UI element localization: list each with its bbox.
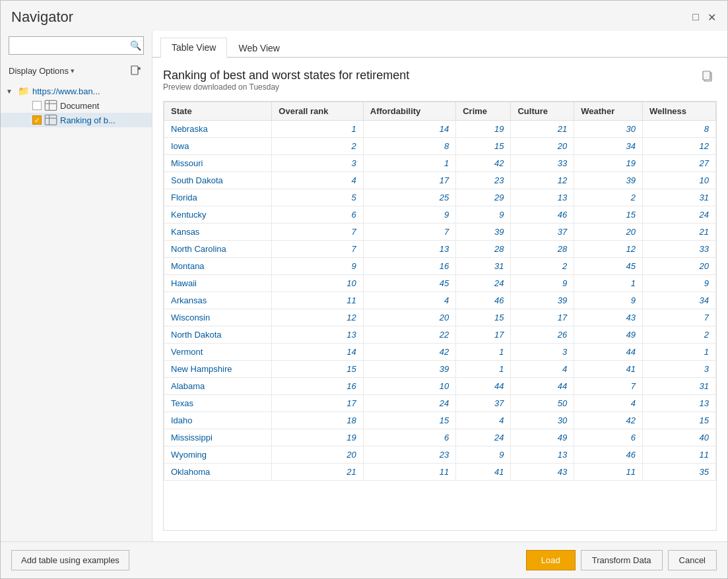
table-row: Texas17243750413	[164, 395, 716, 412]
table-cell: 2	[574, 189, 643, 206]
table-cell: 7	[574, 378, 643, 395]
tree-item-ranking[interactable]: ✓ Ranking of b...	[1, 113, 152, 127]
table-cell: 9	[363, 206, 455, 224]
table-cell: 3	[272, 155, 363, 172]
table-cell: 12	[511, 172, 574, 189]
table-cell: 17	[456, 326, 511, 344]
table-cell: 45	[363, 275, 455, 292]
table-cell: Alabama	[164, 378, 272, 395]
ranking-checkbox[interactable]: ✓	[32, 115, 42, 125]
table-cell: 13	[511, 189, 574, 206]
table-cell: 13	[272, 326, 363, 344]
table-cell: 33	[511, 155, 574, 172]
preview-copy-button[interactable]	[698, 69, 717, 87]
table-row: Kentucky699461524	[164, 206, 716, 224]
table-row: Nebraska1141921308	[164, 121, 716, 138]
tab-table-view[interactable]: Table View	[160, 38, 227, 58]
display-options-row: Display Options ▾	[1, 60, 152, 81]
table-cell: 24	[363, 395, 455, 412]
table-cell: Vermont	[164, 344, 272, 361]
table-cell: South Dakota	[164, 172, 272, 189]
document-table-icon	[44, 100, 57, 111]
table-cell: 16	[272, 378, 363, 395]
tree-label-document: Document	[60, 101, 147, 111]
table-cell: 15	[456, 138, 511, 155]
table-row: Montana9163124520	[164, 258, 716, 275]
table-cell: 17	[511, 309, 574, 326]
search-button[interactable]: 🔍	[128, 36, 143, 55]
table-cell: 12	[272, 309, 363, 326]
table-header-cell: Weather	[574, 102, 643, 121]
table-cell: 2	[511, 258, 574, 275]
table-row: North Carolina71328281233	[164, 241, 716, 258]
load-button[interactable]: Load	[526, 550, 576, 570]
table-cell: 21	[642, 224, 715, 241]
add-table-button[interactable]: Add table using examples	[11, 550, 129, 570]
table-row: North Dakota13221726492	[164, 326, 716, 344]
svg-rect-10	[703, 71, 710, 80]
table-row: Iowa2815203412	[164, 138, 716, 155]
table-cell: 37	[511, 224, 574, 241]
table-cell: 17	[363, 172, 455, 189]
table-wrapper[interactable]: StateOverall rankAffordabilityCrimeCultu…	[163, 101, 717, 531]
document-checkbox[interactable]	[32, 101, 42, 110]
close-button[interactable]: ✕	[706, 12, 717, 22]
table-cell: 13	[363, 241, 455, 258]
table-cell: 1	[456, 344, 511, 361]
tree-item-document[interactable]: Document	[1, 98, 152, 113]
table-cell: Florida	[164, 189, 272, 206]
table-cell: 2	[642, 326, 715, 344]
table-cell: 27	[642, 155, 715, 172]
table-cell: 9	[456, 206, 511, 224]
tree-arrow-url: ▼	[6, 88, 17, 95]
table-header-cell: State	[164, 102, 272, 121]
table-cell: Montana	[164, 258, 272, 275]
table-cell: 13	[511, 446, 574, 464]
preview-title: Ranking of best and worst states for ret…	[163, 69, 409, 82]
table-cell: 45	[574, 258, 643, 275]
table-cell: 40	[642, 429, 715, 446]
table-cell: 20	[363, 309, 455, 326]
table-cell: 19	[574, 155, 643, 172]
svg-rect-0	[131, 66, 138, 75]
table-cell: 15	[363, 412, 455, 429]
tab-web-view[interactable]: Web View	[227, 38, 291, 58]
table-cell: 43	[511, 464, 574, 481]
cancel-button[interactable]: Cancel	[668, 550, 717, 570]
window-controls: □ ✕	[690, 12, 717, 22]
table-cell: Nebraska	[164, 121, 272, 138]
table-cell: Idaho	[164, 412, 272, 429]
svg-rect-3	[45, 101, 57, 111]
table-cell: Mississippi	[164, 429, 272, 446]
table-cell: 23	[456, 172, 511, 189]
table-cell: 9	[574, 292, 643, 309]
table-cell: 3	[642, 361, 715, 378]
table-header-cell: Affordability	[363, 102, 455, 121]
table-cell: 28	[456, 241, 511, 258]
table-cell: Kansas	[164, 224, 272, 241]
table-cell: 6	[363, 429, 455, 446]
display-options-label-text: Display Options	[9, 66, 69, 76]
table-cell: 7	[272, 224, 363, 241]
search-input[interactable]	[9, 40, 128, 52]
transform-data-button[interactable]: Transform Data	[581, 550, 663, 570]
table-cell: 2	[272, 138, 363, 155]
table-cell: 31	[642, 378, 715, 395]
nav-action-button[interactable]	[128, 63, 144, 78]
display-options-button[interactable]: Display Options ▾	[9, 66, 75, 76]
tree-item-url[interactable]: ▼ 📁 https://www.ban...	[1, 84, 152, 98]
table-cell: 16	[363, 258, 455, 275]
table-cell: 26	[511, 326, 574, 344]
table-cell: 1	[574, 275, 643, 292]
minimize-button[interactable]: □	[690, 12, 701, 22]
table-cell: 11	[642, 446, 715, 464]
table-cell: 7	[363, 224, 455, 241]
svg-rect-6	[45, 115, 57, 125]
preview-area: Ranking of best and worst states for ret…	[152, 58, 727, 541]
table-row: Idaho18154304215	[164, 412, 716, 429]
tree-label-ranking: Ranking of b...	[60, 115, 147, 125]
table-cell: 50	[511, 395, 574, 412]
table-cell: 1	[272, 121, 363, 138]
table-row: Hawaii104524919	[164, 275, 716, 292]
search-box: 🔍	[9, 36, 144, 55]
